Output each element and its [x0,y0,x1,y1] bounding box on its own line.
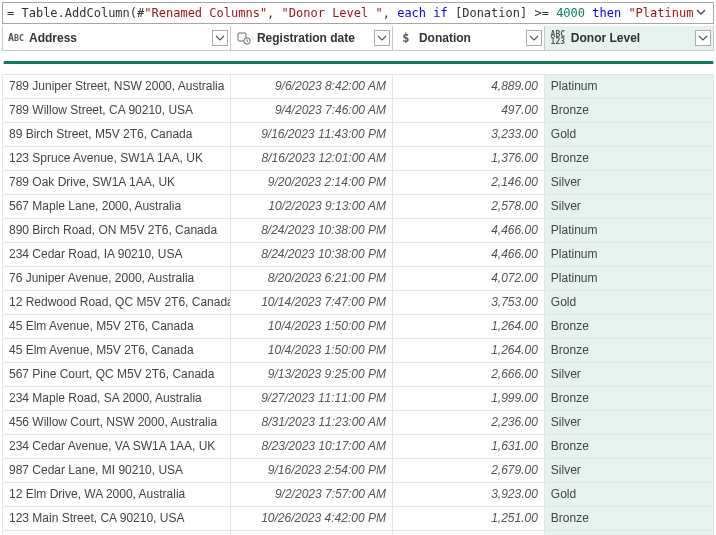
column-header-donation[interactable]: $ Donation [392,26,544,50]
cell-donor-level[interactable]: Platinum [544,242,713,266]
cell-registration-date[interactable]: 8/24/2023 10:38:00 PM [230,242,392,266]
cell-registration-date[interactable]: 10/14/2023 7:47:00 PM [230,290,392,314]
cell-donation[interactable]: 2,236.00 [392,410,544,434]
cell-donation[interactable]: 4,436.00 [392,530,544,535]
cell-registration-date[interactable]: 9/2/2023 7:57:00 AM [230,482,392,506]
cell-registration-date[interactable]: 8/16/2023 12:01:00 AM [230,146,392,170]
cell-donor-level[interactable]: Silver [544,170,713,194]
table-row[interactable]: 123 Spruce Avenue, SW1A 1AA, UK8/16/2023… [3,146,714,170]
cell-donation[interactable]: 1,264.00 [392,338,544,362]
table-row[interactable]: 12 Elm Drive, WA 2000, Australia9/2/2023… [3,482,714,506]
cell-address[interactable]: 234 Cedar Avenue, VA SW1A 1AA, UK [3,434,231,458]
cell-registration-date[interactable]: 10/4/2023 1:50:00 PM [230,338,392,362]
column-header-address[interactable]: ABC Address [3,26,231,50]
cell-donor-level[interactable]: Platinum [544,218,713,242]
formula-text[interactable]: = Table.AddColumn(#"Renamed Columns", "D… [7,6,693,20]
cell-address[interactable]: 678 Spruce Lane, AZ 90210, USA [3,530,231,535]
cell-donation[interactable]: 1,999.00 [392,386,544,410]
cell-donation[interactable]: 497.00 [392,98,544,122]
filter-dropdown-icon[interactable] [374,30,390,46]
cell-donor-level[interactable]: Bronze [544,98,713,122]
cell-donor-level[interactable]: Bronze [544,434,713,458]
column-header-donor-level[interactable]: ABC123 Donor Level [544,26,713,50]
cell-registration-date[interactable]: 10/4/2023 1:50:00 PM [230,314,392,338]
table-row[interactable]: 234 Cedar Avenue, VA SW1A 1AA, UK8/23/20… [3,434,714,458]
cell-donor-level[interactable]: Silver [544,362,713,386]
cell-address[interactable]: 234 Cedar Road, IA 90210, USA [3,242,231,266]
cell-donor-level[interactable]: Platinum [544,74,713,98]
cell-registration-date[interactable]: 10/6/2023 9:40:00 AM [230,530,392,535]
cell-registration-date[interactable]: 8/31/2023 11:23:00 AM [230,410,392,434]
cell-address[interactable]: 12 Redwood Road, QC M5V 2T6, Canada [3,290,231,314]
cell-donation[interactable]: 1,631.00 [392,434,544,458]
cell-donor-level[interactable]: Silver [544,410,713,434]
cell-address[interactable]: 987 Cedar Lane, MI 90210, USA [3,458,231,482]
cell-donation[interactable]: 2,666.00 [392,362,544,386]
cell-donation[interactable]: 2,578.00 [392,194,544,218]
cell-registration-date[interactable]: 10/2/2023 9:13:00 AM [230,194,392,218]
cell-donation[interactable]: 3,923.00 [392,482,544,506]
cell-address[interactable]: 789 Juniper Street, NSW 2000, Australia [3,74,231,98]
cell-donor-level[interactable]: Bronze [544,386,713,410]
table-row[interactable]: 234 Maple Road, SA 2000, Australia9/27/2… [3,386,714,410]
cell-donor-level[interactable]: Bronze [544,338,713,362]
table-row[interactable]: 12 Redwood Road, QC M5V 2T6, Canada10/14… [3,290,714,314]
cell-donor-level[interactable]: Platinum [544,530,713,535]
cell-donor-level[interactable]: Platinum [544,266,713,290]
cell-donor-level[interactable]: Silver [544,194,713,218]
formula-expand-button[interactable] [693,6,709,21]
cell-donation[interactable]: 4,889.00 [392,74,544,98]
cell-registration-date[interactable]: 8/24/2023 10:38:00 PM [230,218,392,242]
table-row[interactable]: 89 Birch Street, M5V 2T6, Canada9/16/202… [3,122,714,146]
cell-donation[interactable]: 4,466.00 [392,242,544,266]
cell-address[interactable]: 123 Spruce Avenue, SW1A 1AA, UK [3,146,231,170]
cell-address[interactable]: 45 Elm Avenue, M5V 2T6, Canada [3,338,231,362]
cell-donation[interactable]: 3,753.00 [392,290,544,314]
cell-registration-date[interactable]: 8/20/2023 6:21:00 PM [230,266,392,290]
cell-registration-date[interactable]: 8/23/2023 10:17:00 AM [230,434,392,458]
table-row[interactable]: 45 Elm Avenue, M5V 2T6, Canada10/4/2023 … [3,338,714,362]
cell-address[interactable]: 76 Juniper Avenue, 2000, Australia [3,266,231,290]
cell-address[interactable]: 567 Maple Lane, 2000, Australia [3,194,231,218]
formula-bar[interactable]: = Table.AddColumn(#"Renamed Columns", "D… [2,2,714,24]
table-row[interactable]: 789 Oak Drive, SW1A 1AA, UK9/20/2023 2:1… [3,170,714,194]
cell-donor-level[interactable]: Gold [544,290,713,314]
cell-donor-level[interactable]: Bronze [544,146,713,170]
cell-registration-date[interactable]: 9/4/2023 7:46:00 AM [230,98,392,122]
table-row[interactable]: 987 Cedar Lane, MI 90210, USA9/16/2023 2… [3,458,714,482]
table-row[interactable]: 789 Willow Street, CA 90210, USA9/4/2023… [3,98,714,122]
cell-address[interactable]: 567 Pine Court, QC M5V 2T6, Canada [3,362,231,386]
cell-donor-level[interactable]: Gold [544,482,713,506]
cell-address[interactable]: 45 Elm Avenue, M5V 2T6, Canada [3,314,231,338]
cell-address[interactable]: 789 Willow Street, CA 90210, USA [3,98,231,122]
cell-registration-date[interactable]: 9/20/2023 2:14:00 PM [230,170,392,194]
cell-donation[interactable]: 2,146.00 [392,170,544,194]
cell-donation[interactable]: 1,376.00 [392,146,544,170]
cell-address[interactable]: 890 Birch Road, ON M5V 2T6, Canada [3,218,231,242]
table-row[interactable]: 567 Maple Lane, 2000, Australia10/2/2023… [3,194,714,218]
table-row[interactable]: 678 Spruce Lane, AZ 90210, USA10/6/2023 … [3,530,714,535]
cell-address[interactable]: 89 Birch Street, M5V 2T6, Canada [3,122,231,146]
cell-registration-date[interactable]: 9/13/2023 9:25:00 PM [230,362,392,386]
cell-donor-level[interactable]: Silver [544,458,713,482]
cell-donation[interactable]: 4,072.00 [392,266,544,290]
cell-donation[interactable]: 1,251.00 [392,506,544,530]
cell-registration-date[interactable]: 9/16/2023 11:43:00 PM [230,122,392,146]
cell-address[interactable]: 456 Willow Court, NSW 2000, Australia [3,410,231,434]
cell-registration-date[interactable]: 10/26/2023 4:42:00 PM [230,506,392,530]
cell-donation[interactable]: 1,264.00 [392,314,544,338]
cell-address[interactable]: 789 Oak Drive, SW1A 1AA, UK [3,170,231,194]
cell-registration-date[interactable]: 9/16/2023 2:54:00 PM [230,458,392,482]
filter-dropdown-icon[interactable] [526,30,542,46]
cell-registration-date[interactable]: 9/6/2023 8:42:00 AM [230,74,392,98]
table-row[interactable]: 456 Willow Court, NSW 2000, Australia8/3… [3,410,714,434]
cell-donation[interactable]: 3,233.00 [392,122,544,146]
table-row[interactable]: 567 Pine Court, QC M5V 2T6, Canada9/13/2… [3,362,714,386]
table-row[interactable]: 123 Main Street, CA 90210, USA10/26/2023… [3,506,714,530]
filter-dropdown-icon[interactable] [695,30,711,46]
table-row[interactable]: 890 Birch Road, ON M5V 2T6, Canada8/24/2… [3,218,714,242]
filter-dropdown-icon[interactable] [212,30,228,46]
cell-donation[interactable]: 2,679.00 [392,458,544,482]
cell-donor-level[interactable]: Bronze [544,506,713,530]
table-row[interactable]: 45 Elm Avenue, M5V 2T6, Canada10/4/2023 … [3,314,714,338]
